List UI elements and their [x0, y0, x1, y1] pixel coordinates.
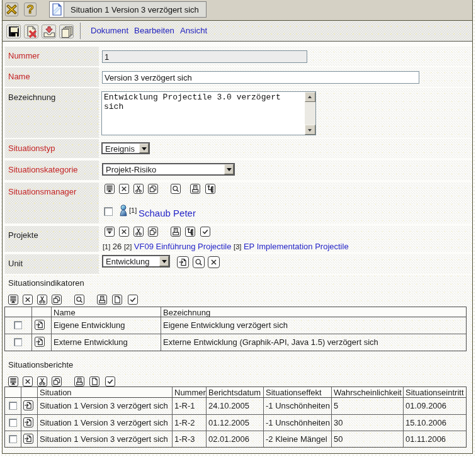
- svg-text:?: ?: [26, 3, 34, 16]
